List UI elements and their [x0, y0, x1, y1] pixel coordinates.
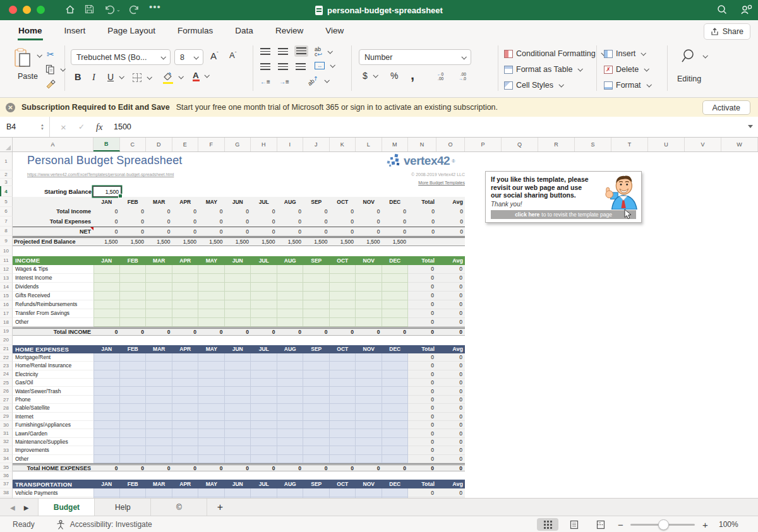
item-label[interactable]: Mortgage/Rent	[13, 353, 93, 362]
more-templates-link[interactable]: More Budget Templates	[326, 180, 465, 185]
cell[interactable]	[93, 370, 120, 379]
item-label[interactable]: Transfer From Savings	[13, 309, 93, 318]
cell[interactable]	[303, 283, 330, 292]
cell[interactable]	[172, 309, 199, 318]
cell[interactable]: 0	[277, 329, 304, 335]
row-header-28[interactable]: 28	[0, 404, 13, 412]
cell[interactable]: SEP	[303, 256, 330, 265]
cell[interactable]: 0	[408, 309, 436, 318]
cell[interactable]	[120, 274, 147, 283]
cell[interactable]: OCT	[330, 256, 356, 265]
cell[interactable]: 0	[408, 455, 436, 463]
cell[interactable]	[330, 283, 356, 292]
cell[interactable]	[172, 283, 199, 292]
row-header-14[interactable]: 14	[0, 283, 13, 292]
cell[interactable]	[382, 446, 409, 454]
cell[interactable]	[382, 309, 409, 318]
cell[interactable]	[146, 387, 172, 395]
cell[interactable]	[382, 387, 409, 395]
column-header-U[interactable]: U	[648, 138, 685, 151]
cell[interactable]: AUG	[277, 197, 304, 207]
cell[interactable]: 0	[303, 465, 330, 471]
row-header-31[interactable]: 31	[0, 429, 13, 437]
row-header-30[interactable]: 30	[0, 421, 13, 429]
empty-cell[interactable]	[465, 438, 758, 446]
cell[interactable]	[146, 309, 172, 318]
cell[interactable]	[93, 429, 120, 437]
undo-icon[interactable]	[103, 4, 114, 15]
cell[interactable]: JUN	[225, 197, 251, 207]
cell[interactable]	[146, 353, 172, 362]
align-left-icon[interactable]	[260, 63, 270, 71]
cell[interactable]	[382, 421, 409, 429]
cell[interactable]	[303, 413, 330, 421]
cell[interactable]	[172, 353, 199, 362]
name-box-stepper[interactable]: ▲▼	[40, 123, 49, 131]
cell[interactable]: 0	[408, 387, 436, 395]
increase-indent-icon[interactable]: →≡	[279, 78, 289, 85]
cell[interactable]	[277, 309, 304, 318]
row-header-19[interactable]: 19	[0, 327, 13, 336]
cell[interactable]	[146, 488, 172, 497]
cell[interactable]: 0	[436, 404, 465, 412]
cell[interactable]: SEP	[303, 480, 330, 488]
cell-reference[interactable]: B4	[0, 122, 40, 131]
cell[interactable]: 0	[172, 329, 199, 335]
cell[interactable]	[303, 429, 330, 437]
cell[interactable]	[93, 292, 120, 300]
cell[interactable]: 0	[408, 207, 436, 217]
cell[interactable]	[303, 488, 330, 497]
cell[interactable]: 0	[120, 227, 147, 237]
cell[interactable]: AUG	[277, 256, 304, 265]
cell[interactable]: APR	[172, 256, 199, 265]
format-cells-button[interactable]: Format	[604, 81, 651, 90]
cell[interactable]	[225, 283, 251, 292]
cell[interactable]: 0	[251, 216, 277, 227]
column-header-K[interactable]: K	[330, 138, 356, 151]
cell[interactable]	[330, 404, 356, 412]
cell[interactable]	[225, 362, 251, 370]
cell[interactable]	[277, 404, 304, 412]
cell[interactable]: OCT	[330, 480, 356, 488]
cell[interactable]	[225, 370, 251, 379]
column-header-Q[interactable]: Q	[502, 138, 538, 151]
cell[interactable]: 0	[436, 265, 465, 274]
zoom-percentage[interactable]: 100%	[719, 516, 738, 532]
paste-label[interactable]: Paste	[15, 72, 40, 81]
cell[interactable]	[277, 455, 304, 463]
column-header-N[interactable]: N	[408, 138, 436, 151]
cell[interactable]	[330, 488, 356, 497]
cell[interactable]	[356, 421, 382, 429]
cell[interactable]	[146, 292, 172, 300]
cell[interactable]: 0	[408, 413, 436, 421]
column-header-F[interactable]: F	[198, 138, 225, 151]
cell[interactable]: Total	[408, 256, 436, 265]
row-header-24[interactable]: 24	[0, 370, 13, 379]
cell[interactable]: 1,500	[146, 238, 172, 245]
tab-home[interactable]: Home	[18, 21, 43, 40]
cell[interactable]	[382, 370, 409, 379]
column-header-L[interactable]: L	[356, 138, 382, 151]
cell[interactable]	[277, 362, 304, 370]
cell[interactable]	[120, 421, 147, 429]
align-right-icon[interactable]	[296, 63, 306, 71]
empty-cell[interactable]	[465, 488, 758, 497]
cell[interactable]: 0	[408, 404, 436, 412]
cell[interactable]	[330, 387, 356, 395]
cell[interactable]: 1,500	[93, 238, 120, 245]
tab-view[interactable]: View	[325, 21, 344, 40]
cell[interactable]	[225, 309, 251, 318]
cell[interactable]	[382, 283, 409, 292]
cell[interactable]	[225, 455, 251, 463]
cell[interactable]	[120, 404, 147, 412]
tab-formulas[interactable]: Formulas	[177, 21, 214, 40]
row-header-32[interactable]: 32	[0, 438, 13, 446]
redo-icon[interactable]	[129, 4, 141, 15]
cell[interactable]	[251, 362, 277, 370]
cell[interactable]: 0	[408, 274, 436, 283]
cell[interactable]	[251, 265, 277, 274]
cell[interactable]	[198, 429, 225, 437]
cell[interactable]	[172, 387, 199, 395]
cell[interactable]	[93, 446, 120, 454]
cell[interactable]: MAR	[146, 480, 172, 488]
